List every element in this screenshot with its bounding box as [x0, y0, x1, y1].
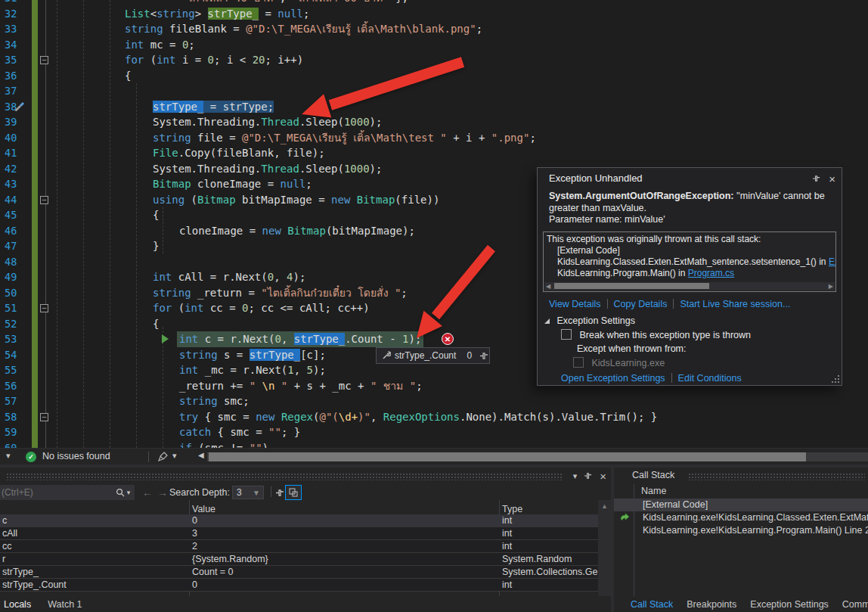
code-text[interactable]: { — [153, 316, 159, 332]
code-text[interactable]: cloneImage = new Bitmap(bitMapImage); — [179, 223, 415, 239]
tab-locals[interactable]: Locals — [4, 599, 31, 610]
code-text[interactable]: } — [153, 238, 159, 254]
code-text[interactable]: string smc; — [179, 393, 250, 409]
pin-icon[interactable] — [479, 352, 489, 360]
code-text[interactable]: string fileBlank = @"D:\T_MEGA\เรียนรู้ … — [125, 21, 482, 37]
column-header-type[interactable]: Type — [502, 504, 522, 514]
table-row[interactable]: c0int — [0, 514, 598, 527]
table-row[interactable]: r{System.Random}System.Random — [0, 553, 598, 566]
code-line[interactable]: 58–try { smc = new Regex(@"(\d+)", Regex… — [0, 409, 868, 425]
link-copy-details[interactable]: Copy Details — [614, 299, 668, 309]
link-view-details[interactable]: View Details — [549, 299, 601, 309]
pin-expanded-icon[interactable] — [275, 488, 285, 498]
callstack-frame-row[interactable]: [External Code] — [614, 499, 868, 511]
code-text[interactable]: File.Copy(fileBlank, file); — [153, 145, 325, 161]
code-text[interactable]: { — [153, 207, 159, 223]
error-icon[interactable]: ✕ — [442, 333, 454, 345]
vertical-scrollbar[interactable]: ▲ ▼ — [598, 500, 611, 610]
search-button[interactable]: ▾ — [111, 485, 135, 500]
close-icon[interactable]: × — [829, 173, 835, 185]
callstack-frame-row[interactable]: KidsLearning.exe!KidsLearning.Classed.Ex… — [614, 511, 868, 524]
tab-command-window[interactable]: Command Window — [842, 599, 868, 610]
scroll-left-icon[interactable]: ◀ — [198, 451, 204, 459]
code-text[interactable]: { — [125, 68, 131, 84]
format-toggle-button[interactable] — [285, 485, 302, 500]
scrollbar-thumb[interactable] — [554, 283, 709, 289]
code-text[interactable]: try { smc = new Regex(@"(\d+)", RegexOpt… — [179, 409, 657, 425]
code-text[interactable]: string _return = "ไตเติ้ลกินก๋วยเตี๋ยว โ… — [153, 285, 408, 301]
table-row[interactable]: cc2int — [0, 540, 598, 553]
stack-frame-link[interactable]: Program.cs — [688, 268, 734, 278]
code-line[interactable]: 39System.Threading.Thread.Sleep(1000); — [0, 114, 868, 130]
code-text[interactable]: System.Threading.Thread.Sleep(1000); — [153, 114, 382, 130]
code-text[interactable]: strType_ = strType; — [153, 99, 274, 115]
pin-icon[interactable] — [812, 174, 821, 183]
code-text[interactable]: int cAll = r.Next(0, 4); — [153, 269, 305, 285]
table-row[interactable]: strType_Count = 0System.Collections.Gen.… — [0, 566, 598, 579]
code-text[interactable]: System.Threading.Thread.Sleep(1000); — [153, 161, 382, 177]
code-line[interactable]: 34int mc = 0; — [0, 37, 868, 53]
code-text[interactable]: if (smc != "") — [179, 440, 268, 449]
horizontal-scrollbar[interactable] — [207, 452, 868, 461]
callstack-frame-row[interactable]: KidsLearning.exe!KidsLearning.Program.Ma… — [614, 524, 868, 537]
code-text[interactable]: string file = @"D:\T_MEGA\เรียนรู้ เติ้ล… — [153, 130, 536, 146]
exception-callstack-box[interactable]: This exception was originally thrown at … — [543, 231, 836, 292]
code-line[interactable]: 38strType_ = strType; — [0, 99, 868, 115]
code-text[interactable]: for (int cc = 0; cc <= cAll; cc++) — [153, 300, 370, 316]
code-text[interactable]: _return += " \n " + s + _mc + " ชาม "; — [179, 378, 423, 394]
fold-collapse-icon[interactable]: – — [40, 413, 48, 421]
close-icon[interactable]: × — [600, 471, 606, 482]
code-line[interactable]: 33string fileBlank = @"D:\T_MEGA\เรียนรู… — [0, 21, 868, 37]
code-text[interactable]: Bitmap cloneImage = null; — [153, 176, 312, 192]
fold-collapse-icon[interactable]: – — [40, 56, 48, 64]
scroll-left-icon[interactable]: ◀ — [546, 282, 550, 290]
table-row[interactable]: strType_.Count0int — [0, 579, 598, 592]
link-start-live-share-session[interactable]: Start Live Share session... — [680, 299, 790, 309]
stack-frame-link[interactable]: ExtM — [829, 256, 836, 267]
dropdown-caret-icon[interactable]: ▾ — [172, 451, 177, 461]
horizontal-scrollbar[interactable]: ◀ ▶ — [544, 282, 835, 290]
watch-titlebar[interactable]: ▾ × — [0, 468, 611, 484]
code-text[interactable]: int c = r.Next(0, strType_.Count - 1); — [177, 331, 423, 347]
scroll-right-icon[interactable]: ▶ — [829, 282, 833, 290]
code-cleanup-icon[interactable] — [157, 451, 169, 462]
column-header-name[interactable]: Name — [641, 486, 666, 496]
search-depth-select[interactable]: 3 ▼ — [232, 486, 264, 499]
code-line[interactable]: 60if (smc != "") — [0, 440, 868, 449]
code-text[interactable]: using (Bitmap bitMapImage = new Bitmap(f… — [153, 192, 439, 208]
code-line[interactable]: 36{ — [0, 68, 868, 84]
chevron-down-icon[interactable]: ▾ — [573, 472, 578, 480]
callstack-titlebar[interactable]: Call Stack — [614, 468, 868, 484]
link-edit-conditions[interactable]: Edit Conditions — [678, 373, 742, 384]
code-text[interactable]: List<string> strType_ = null; — [125, 6, 309, 22]
dropdown-caret-icon[interactable]: ▾ — [6, 451, 11, 461]
tab-watch-1[interactable]: Watch 1 — [48, 599, 82, 610]
fold-collapse-icon[interactable]: – — [40, 196, 48, 204]
code-line[interactable]: 32List<string> strType_ = null; — [0, 6, 868, 22]
code-text[interactable]: int _mc = r.Next(1, 5); — [179, 362, 326, 378]
column-header-value[interactable]: Value — [192, 504, 215, 514]
code-line[interactable]: 57string smc; — [0, 393, 868, 409]
tab-breakpoints[interactable]: Breakpoints — [687, 599, 736, 610]
search-back-icon[interactable]: ← — [142, 486, 153, 499]
scrollbar-thumb[interactable] — [209, 452, 806, 461]
code-line[interactable]: 59catch { smc = ""; } — [0, 424, 868, 440]
expander-icon[interactable] — [544, 318, 550, 324]
tab-call-stack[interactable]: Call Stack — [631, 599, 673, 610]
datatip[interactable]: strType_.Count 0 — [376, 347, 490, 364]
search-forward-icon[interactable]: → — [157, 486, 168, 499]
code-text[interactable]: for (int i = 0; i < 20; i++) — [125, 52, 303, 68]
code-line[interactable]: 35–for (int i = 0; i < 20; i++) — [0, 52, 868, 68]
fold-collapse-icon[interactable]: – — [40, 304, 48, 312]
code-text[interactable]: catch { smc = ""; } — [179, 424, 300, 440]
code-text[interactable]: string s = strType_[c]; — [179, 347, 326, 363]
table-row[interactable]: cAll3int — [0, 527, 598, 540]
code-text[interactable]: int mc = 0; — [125, 37, 195, 53]
module-checkbox[interactable] — [573, 357, 584, 368]
tab-exception-settings[interactable]: Exception Settings — [750, 599, 829, 610]
break-checkbox[interactable] — [561, 329, 572, 340]
code-line[interactable]: 40string file = @"D:\T_MEGA\เรียนรู้ เติ… — [0, 130, 868, 146]
code-line[interactable]: 41File.Copy(fileBlank, file); — [0, 145, 868, 161]
resize-grip[interactable] — [830, 374, 840, 384]
link-open-exception-settings[interactable]: Open Exception Settings — [561, 373, 665, 384]
